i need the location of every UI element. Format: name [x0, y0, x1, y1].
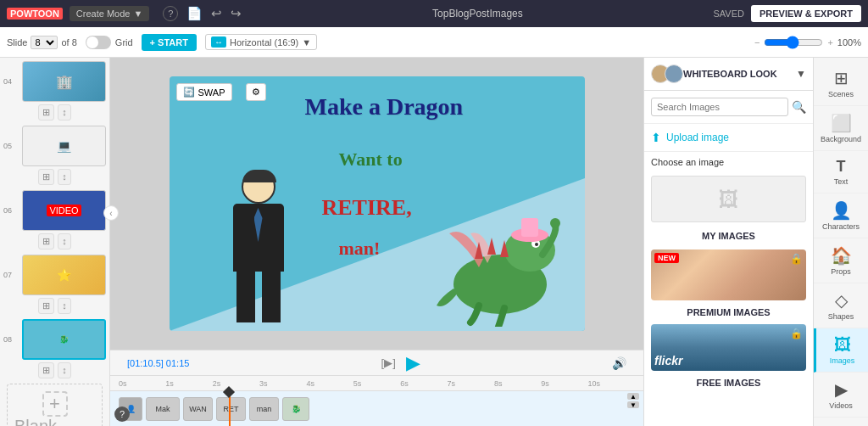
- timeline-scroll-up[interactable]: ▲: [627, 393, 639, 400]
- canvas-want[interactable]: Want to: [339, 149, 403, 171]
- timeline-scroll-down[interactable]: ▼: [627, 401, 639, 408]
- toolbar-shapes[interactable]: ◇ Shapes: [814, 283, 868, 328]
- play-button[interactable]: ▶: [406, 352, 420, 374]
- volume-icon[interactable]: 🔊: [612, 356, 626, 370]
- slide-add-btn-05[interactable]: ⊞: [38, 169, 54, 185]
- timeline-clip-man[interactable]: man: [249, 397, 279, 421]
- slide-add-btn-07[interactable]: ⊞: [38, 298, 54, 314]
- timeline-clip-ret[interactable]: RET: [216, 397, 246, 421]
- ruler-mark-7s: 7s: [448, 379, 494, 388]
- toolbar-scenes[interactable]: ⊞ Scenes: [814, 61, 868, 106]
- ruler-mark-0s: 0s: [119, 379, 165, 388]
- canvas-retire[interactable]: RETIRE,: [322, 195, 412, 221]
- create-mode-button[interactable]: Create Mode ▼: [70, 6, 149, 21]
- swap-icon: 🔄: [183, 87, 195, 98]
- slide-nav-btn-07[interactable]: ↕: [58, 298, 71, 314]
- time-display: [01:10.5] 01:15: [127, 358, 189, 368]
- timeline-area: 0s 1s 2s 3s 4s 5s 6s 7s 8s 9s 10s: [110, 375, 643, 426]
- character-leg-right: [262, 272, 281, 322]
- canvas[interactable]: 🔄 SWAP ⚙ Make a Dragon Want to RETIRE,: [170, 76, 585, 331]
- toolbar-images[interactable]: 🖼 Images: [814, 328, 868, 373]
- slide-thumbnail-05[interactable]: 💻: [22, 126, 106, 166]
- slide-nav-btn-04[interactable]: ↕: [58, 104, 71, 121]
- avatar-2: [665, 64, 683, 83]
- help-button[interactable]: ?: [114, 406, 130, 422]
- ruler-mark-5s: 5s: [353, 379, 400, 388]
- slide-thumbnail-08[interactable]: 🐉: [22, 319, 106, 360]
- slide-number-select[interactable]: 8: [31, 36, 58, 49]
- slide-info: Slide 8 of 8: [7, 36, 77, 49]
- timeline-clip-wan[interactable]: WAN: [183, 397, 213, 421]
- collapse-panel-button[interactable]: ‹: [103, 205, 119, 221]
- timeline-track[interactable]: 👤 Mak WAN RET man 🐉: [110, 391, 643, 426]
- images-icon: 🖼: [834, 335, 851, 355]
- doc-icon[interactable]: 📄: [186, 6, 203, 21]
- swap-button[interactable]: 🔄 SWAP: [176, 83, 232, 101]
- timeline-clip-mak[interactable]: Mak: [146, 397, 180, 421]
- ruler-mark-4s: 4s: [306, 379, 353, 388]
- undo-icon[interactable]: ↩: [211, 6, 222, 21]
- premium-thumbnail[interactable]: NEW 🔒: [651, 249, 806, 300]
- toolbar-props[interactable]: 🏠 Props: [814, 238, 868, 283]
- whiteboard-label: WHITEBOARD LOOK: [683, 69, 791, 79]
- free-images-label: FREE IMAGES: [644, 374, 813, 391]
- grid-toggle[interactable]: Grid: [86, 36, 133, 49]
- zoom-plus[interactable]: +: [827, 37, 832, 48]
- ruler-mark-8s: 8s: [494, 379, 541, 388]
- slide-add-btn-06[interactable]: ⊞: [38, 233, 54, 249]
- zoom-slider[interactable]: [764, 36, 823, 49]
- preview-export-button[interactable]: PREVIEW & EXPORT: [751, 5, 861, 22]
- toolbar-text[interactable]: T Text: [814, 151, 868, 193]
- character-hair: [242, 170, 276, 182]
- toolbar-sound[interactable]: ♪ Sound: [814, 418, 868, 426]
- timeline-ruler-marks: 0s 1s 2s 3s 4s 5s 6s 7s 8s 9s 10s: [119, 379, 635, 388]
- flickr-thumbnail[interactable]: flickr 🔒: [651, 324, 806, 371]
- flickr-lock-icon: 🔒: [790, 328, 803, 339]
- search-images-input[interactable]: [651, 98, 788, 116]
- redo-icon[interactable]: ↪: [231, 6, 242, 21]
- upload-label: Upload image: [666, 132, 729, 143]
- whiteboard-dropdown-arrow[interactable]: ▼: [796, 68, 806, 80]
- canvas-man[interactable]: man!: [339, 238, 381, 260]
- slide-add-btn-08[interactable]: ⊞: [38, 362, 54, 378]
- timeline-clip-dragon[interactable]: 🐉: [282, 397, 309, 421]
- zoom-minus[interactable]: −: [754, 37, 760, 48]
- slide-add-btn-04[interactable]: ⊞: [38, 104, 54, 121]
- gear-button[interactable]: ⚙: [246, 83, 266, 101]
- toolbar-background[interactable]: ⬜ Background: [814, 106, 868, 151]
- timeline-playhead[interactable]: [229, 391, 231, 426]
- image-placeholder[interactable]: 🖼: [651, 176, 806, 222]
- slide-controls-06: ⊞ ↕: [3, 233, 106, 249]
- slide-thumbnail-04[interactable]: 🏢: [22, 61, 106, 102]
- toolbar-videos[interactable]: ▶ Videos: [814, 373, 868, 418]
- help-icon[interactable]: ?: [163, 6, 178, 21]
- right-toolbar: ⊞ Scenes ⬜ Background T Text 👤 Character…: [813, 58, 868, 426]
- slide-row-08: 08 🐉: [3, 319, 106, 360]
- prev-frame-btn[interactable]: [▶]: [381, 356, 396, 369]
- slide-row-04: 04 🏢: [3, 61, 106, 102]
- search-icon[interactable]: 🔍: [792, 100, 806, 114]
- dragon-character: [432, 182, 568, 327]
- new-badge: NEW: [654, 253, 679, 263]
- aspect-ratio[interactable]: ↔ Horizontal (16:9) ▼: [205, 34, 317, 50]
- start-button[interactable]: + START: [142, 34, 197, 51]
- character-leg-left: [236, 272, 255, 322]
- characters-icon: 👤: [831, 200, 852, 221]
- text-icon: T: [837, 158, 846, 176]
- grid-switch[interactable]: [86, 36, 111, 49]
- slide-thumbnail-07[interactable]: ⭐: [22, 255, 106, 295]
- slide-nav-btn-08[interactable]: ↕: [58, 362, 71, 378]
- toolbar-characters[interactable]: 👤 Characters: [814, 193, 868, 238]
- blank-slide-button[interactable]: + Blank slide: [7, 384, 103, 426]
- slide-nav-btn-06[interactable]: ↕: [58, 233, 71, 249]
- upload-image-button[interactable]: ⬆ Upload image: [644, 124, 813, 152]
- canvas-area: 🔄 SWAP ⚙ Make a Dragon Want to RETIRE,: [110, 58, 643, 426]
- premium-images-label: PREMIUM IMAGES: [644, 304, 813, 321]
- props-icon: 🏠: [831, 245, 852, 266]
- slide-row-06: 06 VIDEO: [3, 190, 106, 231]
- timeline-scroll: ▲ ▼: [627, 393, 639, 408]
- slide-thumbnail-06[interactable]: VIDEO: [22, 190, 106, 231]
- ruler-mark-1s: 1s: [165, 379, 212, 388]
- slide-nav-btn-05[interactable]: ↕: [58, 169, 71, 185]
- canvas-title[interactable]: Make a Dragon: [305, 93, 464, 121]
